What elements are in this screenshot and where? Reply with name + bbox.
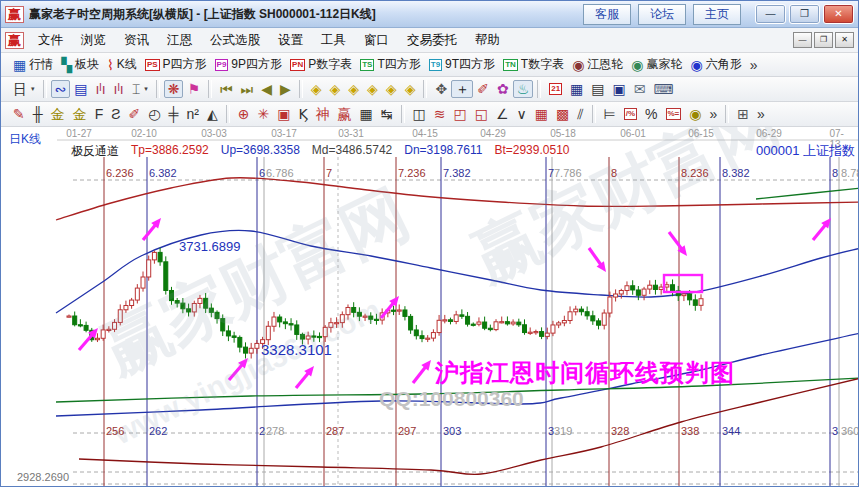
percent-button[interactable]: %: [641, 105, 661, 123]
diamond-expand-button[interactable]: ◈: [363, 80, 382, 98]
panel-tab-daily-kline[interactable]: 日K线: [9, 131, 41, 148]
p-square-button[interactable]: PSP四方形: [141, 54, 211, 75]
go-next-button[interactable]: ▶: [276, 80, 295, 98]
gold-ruler-2-button[interactable]: 金: [69, 105, 91, 123]
diamond-fit-button[interactable]: ◈: [382, 80, 401, 98]
restore-button[interactable]: ❐: [789, 4, 820, 24]
pencil-ruler-button[interactable]: ✐: [125, 105, 145, 123]
9t-square-button[interactable]: T99T四方形: [425, 54, 499, 75]
menu-item-tools[interactable]: 工具: [312, 29, 355, 52]
red-grid-2-button[interactable]: ▩: [552, 105, 573, 123]
gann-wheel-button[interactable]: ◉江恩轮: [568, 54, 627, 75]
mdi-minimize-button[interactable]: —: [793, 32, 812, 48]
homepage-button[interactable]: 主页: [693, 4, 741, 25]
p-number-table-button[interactable]: PNP数字表: [286, 54, 356, 75]
menu-item-news[interactable]: 资讯: [115, 29, 158, 52]
diamond-right-button[interactable]: ◈: [326, 80, 345, 98]
go-first-button[interactable]: ⏮: [216, 80, 237, 98]
diamond-left-button[interactable]: ◈: [307, 80, 326, 98]
menu-item-window[interactable]: 窗口: [355, 29, 398, 52]
period-selector-button[interactable]: 日▾: [9, 80, 39, 98]
menu-item-file[interactable]: 文件: [29, 29, 72, 52]
angle-lines-button[interactable]: ∠: [492, 105, 513, 123]
save-button[interactable]: ▣: [609, 80, 630, 98]
t-number-table-button[interactable]: TNT数字表: [499, 54, 568, 75]
menu-item-formula-stock-pick[interactable]: 公式选股: [201, 29, 269, 52]
mirror-triangle-button[interactable]: ◭: [203, 105, 222, 123]
time-circle-button[interactable]: ◴: [144, 105, 164, 123]
computer-button[interactable]: ⌨: [650, 80, 678, 98]
v-lines-button[interactable]: ∨: [513, 105, 531, 123]
percent-lines-button[interactable]: %=: [662, 106, 686, 122]
width-measure-button[interactable]: ↹: [377, 105, 397, 123]
diamond-compress-button[interactable]: ◈: [344, 80, 363, 98]
gold-ruler-1-button[interactable]: 金: [47, 105, 69, 123]
compass-star-button[interactable]: ✳: [253, 105, 273, 123]
date-tick: 01-27: [66, 128, 92, 139]
hexagon-button[interactable]: ◉六角形: [687, 54, 746, 75]
diamond-move-button[interactable]: ◈: [401, 80, 420, 98]
menu-item-settings[interactable]: 设置: [269, 29, 312, 52]
panel-overflow-button[interactable]: »: [753, 105, 769, 123]
measure-pen-button[interactable]: ✐: [473, 80, 493, 98]
menu-item-trade-entrust[interactable]: 交易委托: [398, 29, 466, 52]
notes-button[interactable]: ▤: [587, 80, 608, 98]
minimize-button[interactable]: —: [755, 4, 786, 24]
gold-circle-button[interactable]: ◉: [685, 105, 705, 123]
9p-square-button[interactable]: P99P四方形: [211, 54, 286, 75]
f-ruler-button[interactable]: F: [91, 105, 108, 123]
n-squared-button[interactable]: n²: [182, 105, 202, 123]
draw-overflow-button[interactable]: »: [706, 105, 722, 123]
bars-3-button[interactable]: ıᴵı: [91, 80, 109, 98]
quotes-button[interactable]: ▦行情: [9, 54, 57, 75]
box-fan-1-button[interactable]: ◰: [450, 105, 471, 123]
go-prev-button[interactable]: ◀: [257, 80, 276, 98]
ying-ruler-button[interactable]: 赢: [334, 105, 356, 123]
kline-button[interactable]: ⌇K线: [103, 54, 141, 75]
red-grid-1-button[interactable]: ▦: [531, 105, 552, 123]
k-quote-button[interactable]: Ϗ: [294, 105, 311, 123]
percent-triangle-button[interactable]: /%: [620, 106, 641, 122]
scale-ruler-button[interactable]: ⊨: [600, 105, 620, 123]
menu-item-help[interactable]: 帮助: [466, 29, 509, 52]
figure-button[interactable]: ❋: [164, 80, 184, 98]
close-button[interactable]: ✕: [823, 4, 854, 24]
shen-ruler-button[interactable]: 神: [312, 105, 334, 123]
grid-ruler-button[interactable]: ╫: [29, 105, 47, 123]
ornament-button[interactable]: ✿: [493, 80, 513, 98]
parallel-lines-button[interactable]: ⫽: [573, 105, 587, 123]
mail-button[interactable]: ✉: [630, 80, 650, 98]
sectors-button[interactable]: ▚板块: [57, 54, 103, 75]
mdi-close-button[interactable]: ✕: [835, 32, 854, 48]
forum-button[interactable]: 论坛: [638, 4, 686, 25]
zigzag-wave-button[interactable]: ∾: [51, 80, 71, 98]
calculator-button[interactable]: ▦: [566, 80, 587, 98]
customer-service-button[interactable]: 客服: [583, 4, 631, 25]
mdi-restore-button[interactable]: ❐: [814, 32, 833, 48]
target-circle-button[interactable]: ⊕: [234, 105, 254, 123]
crosshair-button[interactable]: ＋: [451, 80, 473, 98]
menu-item-gann[interactable]: 江恩: [158, 29, 201, 52]
spiral-button[interactable]: Ƨ: [107, 105, 124, 123]
list-doc-button[interactable]: ▤: [70, 80, 91, 98]
box-ruler-button[interactable]: ◫: [409, 105, 430, 123]
calendar-button[interactable]: 21: [545, 81, 566, 97]
go-last-button[interactable]: ⏭: [237, 80, 258, 98]
flag-button[interactable]: ⚑: [183, 80, 204, 98]
winner-wheel-button[interactable]: ◉赢家轮: [627, 54, 686, 75]
t-square-button[interactable]: TST四方形: [356, 54, 425, 75]
brush-button[interactable]: ✎: [9, 105, 29, 123]
hand-pan-button[interactable]: ✥: [431, 80, 451, 98]
menu-item-browse[interactable]: 浏览: [72, 29, 115, 52]
bars-9-button[interactable]: ıᴵı: [110, 80, 128, 98]
box-fan-2-button[interactable]: ◱: [471, 105, 492, 123]
mdi-controls: —❐✕: [793, 32, 854, 48]
grid-123-button[interactable]: ▦: [356, 105, 377, 123]
grid-panel-button[interactable]: ⊞: [733, 105, 753, 123]
thin-candle-button[interactable]: ⌶▾: [128, 80, 152, 98]
tick-ruler-button[interactable]: ╪: [165, 105, 183, 123]
cloud-tool-button[interactable]: ♨: [513, 80, 534, 98]
toolbar-overflow-button[interactable]: »: [746, 56, 762, 74]
fan-lines-button[interactable]: ≋: [430, 105, 450, 123]
square-target-button[interactable]: ▣: [273, 105, 294, 123]
